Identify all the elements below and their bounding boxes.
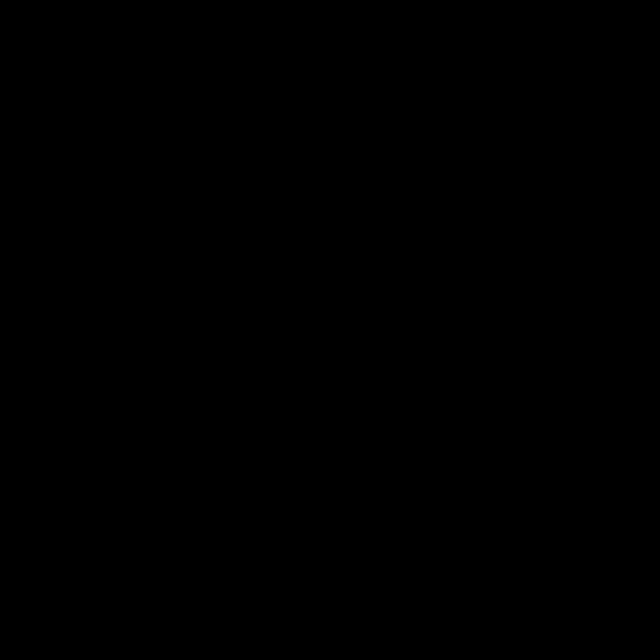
chart-frame bbox=[0, 0, 644, 644]
plot-area bbox=[26, 26, 618, 618]
plot-svg bbox=[26, 26, 618, 618]
gradient-background bbox=[26, 26, 618, 618]
